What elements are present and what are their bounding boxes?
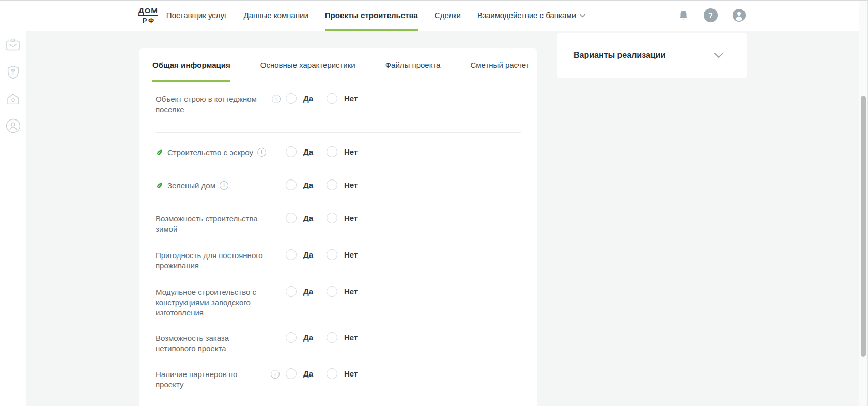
radio-no[interactable]: Нет: [327, 146, 358, 157]
nav-item-construction-projects[interactable]: Проекты строительства: [325, 0, 418, 31]
radio-no[interactable]: Нет: [327, 179, 358, 190]
implementation-options-title: Варианты реализации: [574, 51, 665, 60]
form-row-cottage-village: Объект строю в коттеджном поселке i Да Н…: [156, 94, 521, 115]
radio-group: Да Нет: [286, 368, 358, 379]
main-nav: Поставщик услуг Данные компании Проекты …: [166, 0, 585, 31]
radio-circle[interactable]: [327, 286, 337, 297]
radio-circle[interactable]: [327, 213, 337, 223]
chevron-down-icon: [580, 14, 585, 18]
radio-no[interactable]: Нет: [327, 332, 358, 343]
info-icon[interactable]: i: [272, 95, 281, 103]
radio-yes[interactable]: Да: [286, 286, 313, 297]
info-icon[interactable]: i: [271, 370, 280, 379]
nav-item-company-data[interactable]: Данные компании: [244, 0, 308, 31]
radio-circle[interactable]: [286, 249, 297, 260]
form-row-permanent-residence: Пригодность для постоянного проживания Д…: [156, 250, 521, 271]
help-question-icon[interactable]: ?: [704, 8, 718, 22]
form-row-winter-construction: Возможность строительства зимой Да Нет: [156, 214, 521, 234]
brand-logo[interactable]: ДОМ РФ: [138, 0, 158, 31]
tab-project-files[interactable]: Файлы проекта: [370, 48, 456, 82]
leaf-icon: [156, 148, 163, 156]
radio-no[interactable]: Нет: [327, 286, 358, 297]
scrollbar-track[interactable]: [859, 0, 867, 406]
tab-main-characteristics[interactable]: Основные характеристики: [245, 48, 370, 82]
radio-yes[interactable]: Да: [286, 146, 313, 157]
radio-no[interactable]: Нет: [327, 213, 358, 223]
row-divider: [156, 132, 521, 133]
house-heart-icon[interactable]: [5, 92, 21, 106]
radio-group: Да Нет: [286, 213, 358, 223]
shield-icon[interactable]: [5, 65, 21, 79]
notifications-bell-icon[interactable]: [678, 9, 689, 22]
nav-item-label: Взаимодействие с банками: [477, 11, 576, 20]
radio-yes[interactable]: Да: [286, 332, 313, 343]
left-sidebar: [0, 31, 26, 406]
leaf-icon: [156, 182, 163, 189]
form-row-custom-project-order: Возможность заказа нетипового проекта Да…: [156, 333, 521, 354]
radio-group: Да Нет: [286, 249, 358, 260]
brand-logo-line1: ДОМ: [138, 7, 158, 16]
nav-item-deals[interactable]: Сделки: [435, 0, 461, 31]
radio-no[interactable]: Нет: [327, 249, 358, 260]
radio-circle[interactable]: [327, 146, 337, 157]
radio-circle[interactable]: [327, 179, 337, 190]
scrollbar-thumb[interactable]: [861, 96, 866, 357]
question-glyph: ?: [704, 8, 718, 22]
radio-yes[interactable]: Да: [286, 368, 313, 379]
form-row-green-house: Зеленый дом i Да Нет: [156, 181, 521, 191]
radio-no[interactable]: Нет: [327, 93, 358, 104]
project-details-card: Общая информация Основные характеристики…: [140, 48, 537, 406]
tabs-bar: Общая информация Основные характеристики…: [140, 48, 537, 82]
radio-no[interactable]: Нет: [327, 368, 358, 379]
chevron-down-icon: [714, 52, 724, 58]
radio-circle[interactable]: [327, 368, 337, 379]
user-circle-icon[interactable]: [5, 118, 21, 133]
general-info-form: Объект строю в коттеджном поселке i Да Н…: [140, 82, 537, 406]
radio-yes[interactable]: Да: [286, 179, 313, 190]
radio-yes[interactable]: Да: [286, 249, 313, 260]
radio-circle[interactable]: [286, 213, 297, 223]
radio-group: Да Нет: [286, 146, 358, 157]
radio-group: Да Нет: [286, 332, 358, 343]
radio-circle[interactable]: [286, 93, 297, 104]
radio-group: Да Нет: [286, 179, 358, 190]
radio-circle[interactable]: [286, 368, 297, 379]
brand-logo-line2: РФ: [141, 17, 156, 24]
nav-item-bank-interaction[interactable]: Взаимодействие с банками: [477, 0, 585, 31]
nav-item-service-provider[interactable]: Поставщик услуг: [166, 0, 227, 31]
radio-circle[interactable]: [286, 332, 297, 343]
info-icon[interactable]: i: [257, 148, 266, 157]
radio-circle[interactable]: [286, 179, 297, 190]
radio-circle[interactable]: [327, 249, 337, 260]
top-navigation-bar: ДОМ РФ Поставщик услуг Данные компании П…: [0, 0, 868, 31]
radio-circle[interactable]: [327, 332, 337, 343]
form-row-project-partners: Наличие партнеров по проекту i Да Нет: [156, 369, 521, 390]
profile-avatar-icon[interactable]: [732, 8, 746, 22]
tab-general-info[interactable]: Общая информация: [152, 48, 245, 82]
radio-circle[interactable]: [327, 93, 337, 104]
radio-circle[interactable]: [286, 286, 297, 297]
implementation-options-panel[interactable]: Варианты реализации: [557, 33, 747, 78]
info-icon[interactable]: i: [220, 181, 228, 190]
radio-group: Да Нет: [286, 93, 358, 104]
radio-yes[interactable]: Да: [286, 93, 313, 104]
topbar-actions: ?: [678, 8, 746, 22]
form-row-escrow: Строительство с эскроу i Да Нет: [156, 147, 521, 158]
radio-group: Да Нет: [286, 286, 358, 297]
radio-yes[interactable]: Да: [286, 213, 313, 223]
radio-circle[interactable]: [286, 146, 297, 157]
tab-estimate-calculation[interactable]: Сметный расчет: [455, 48, 544, 82]
mail-icon[interactable]: [5, 38, 21, 52]
window-top-edge: [0, 0, 868, 1]
form-row-modular-construction: Модульное строительство с конструкциями …: [156, 287, 521, 318]
